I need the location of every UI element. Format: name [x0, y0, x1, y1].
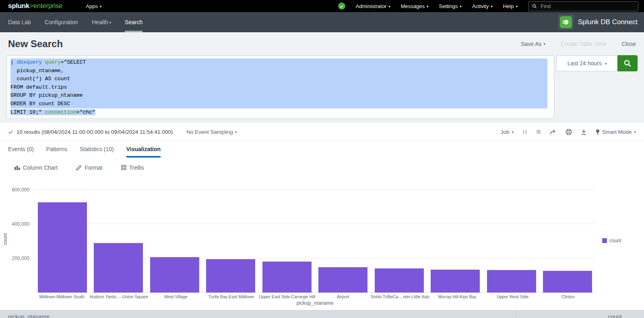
bar-slot	[147, 184, 203, 293]
x-axis-category-label: Airport	[315, 294, 371, 299]
trellis-label: Trellis	[129, 164, 144, 171]
pencil-icon	[76, 165, 82, 170]
column-chart-icon	[14, 165, 20, 170]
trellis-button[interactable]: Trellis	[121, 164, 144, 171]
results-tabs: Events (0) Patterns Statistics (10) Visu…	[0, 141, 644, 158]
nav-item-data-lab[interactable]: Data Lab	[1, 12, 38, 32]
page-title: New Search	[8, 38, 63, 50]
nav-item-configuration[interactable]: Configuration	[38, 12, 85, 32]
nav-item-label: Data Lab	[8, 12, 31, 32]
column-header-pickup-ntaname[interactable]: pickup_ntaname	[0, 310, 516, 318]
y-axis-tick-label: 200,000	[12, 256, 29, 261]
y-axis-tick-label: 400,000	[12, 221, 29, 227]
app-icon-tile	[558, 15, 574, 30]
tab-patterns[interactable]: Patterns	[46, 141, 67, 158]
print-button[interactable]	[566, 129, 572, 135]
apps-menu[interactable]: Apps ▾	[86, 3, 101, 9]
settings-menu-label: Settings	[439, 3, 458, 9]
bar-5[interactable]	[262, 262, 312, 293]
bar-2[interactable]	[94, 243, 143, 293]
find-search-box[interactable]	[528, 1, 638, 11]
bar-8[interactable]	[431, 270, 480, 293]
stop-icon	[536, 129, 541, 134]
legend-label: count	[609, 238, 621, 243]
tab-label: Events (0)	[8, 146, 34, 152]
share-icon	[550, 129, 557, 135]
search-query-input[interactable]: | dbxquery query="SELECT pickup_ntaname,…	[6, 55, 554, 119]
chevron-down-icon: ▾	[100, 5, 102, 8]
export-button[interactable]	[581, 129, 587, 135]
query-line: pickup_ntaname,	[10, 67, 547, 75]
legend-item-count[interactable]: count	[602, 238, 621, 243]
bar-3[interactable]	[150, 257, 199, 293]
time-range-group: Last 24 hours ▾	[556, 55, 638, 71]
bar-slot	[34, 184, 91, 293]
db-connect-plug-icon	[560, 16, 572, 28]
find-input[interactable]	[540, 3, 634, 10]
event-sampling-dropdown[interactable]: No Event Sampling ▾	[186, 129, 237, 135]
job-menu-label: Job	[501, 129, 510, 135]
health-status-icon[interactable]	[338, 2, 345, 10]
bar-slot	[259, 184, 315, 293]
bar-slot	[203, 184, 259, 293]
tab-events[interactable]: Events (0)	[8, 141, 34, 158]
tab-label: Statistics (10)	[80, 146, 114, 152]
settings-menu[interactable]: Settings ▾	[439, 3, 462, 9]
chart-type-picker[interactable]: Column Chart	[14, 164, 58, 171]
bar-slot	[315, 184, 372, 293]
bar-7[interactable]	[375, 268, 424, 293]
apps-menu-label: Apps	[86, 3, 98, 9]
tab-statistics[interactable]: Statistics (10)	[80, 141, 114, 158]
bar-1[interactable]	[38, 202, 87, 293]
print-icon	[566, 129, 572, 135]
run-search-button[interactable]	[617, 55, 638, 71]
page-header: New Search Save As ▾ Create Table View C…	[6, 32, 638, 55]
bar-9[interactable]	[487, 270, 536, 293]
share-button[interactable]	[550, 129, 557, 135]
bar-4[interactable]	[206, 259, 255, 293]
help-menu[interactable]: Help ▾	[503, 3, 518, 9]
bar-6[interactable]	[318, 267, 367, 293]
x-axis-category-label: Midtown-Midtown South	[34, 294, 90, 299]
format-button[interactable]: Format	[76, 164, 102, 171]
nav-item-search[interactable]: Search	[118, 12, 149, 32]
activity-menu[interactable]: Activity ▾	[472, 3, 493, 9]
chevron-down-icon: ▾	[235, 131, 237, 134]
pause-button[interactable]	[522, 129, 527, 135]
visualization-controls: Column Chart Format Trellis	[0, 158, 644, 177]
app-brand[interactable]: Splunk DB Connect	[558, 15, 638, 30]
topbar-right-group: Administrator ▾ Messages ▾ Settings ▾ Ac…	[338, 1, 638, 11]
search-mode-dropdown[interactable]: Smart Mode ▾	[596, 129, 636, 135]
search-bar-row: | dbxquery query="SELECT pickup_ntaname,…	[6, 55, 638, 119]
bar-10[interactable]	[543, 271, 592, 293]
save-as-button[interactable]: Save As ▾	[521, 41, 545, 47]
chevron-down-icon: ▾	[491, 5, 493, 8]
x-axis-category-label: Clinton	[540, 294, 596, 299]
close-button[interactable]: Close	[621, 41, 636, 47]
tab-label: Patterns	[46, 146, 67, 152]
chevron-down-icon: ▾	[634, 131, 636, 134]
save-as-label: Save As	[521, 41, 541, 47]
tab-visualization[interactable]: Visualization	[126, 141, 161, 158]
query-line: count(*) AS count	[10, 75, 547, 83]
statistics-table-header: pickup_ntaname count	[0, 310, 644, 318]
close-label: Close	[621, 41, 636, 47]
check-icon	[339, 4, 344, 8]
create-table-view-button[interactable]: Create Table View	[561, 41, 606, 47]
messages-menu[interactable]: Messages ▾	[401, 3, 429, 9]
nav-item-label: Configuration	[45, 12, 78, 32]
time-range-picker[interactable]: Last 24 hours ▾	[556, 55, 617, 71]
splunk-enterprise-logo: splunk>enterprise	[8, 2, 62, 10]
stop-button[interactable]	[536, 129, 541, 134]
chevron-down-icon: ▾	[388, 5, 390, 8]
messages-menu-label: Messages	[401, 3, 425, 9]
tab-label: Visualization	[126, 146, 161, 152]
nav-item-health[interactable]: Health ▾	[85, 12, 118, 32]
job-menu[interactable]: Job ▾	[501, 129, 514, 135]
bars-container	[34, 184, 596, 293]
results-summary: 10 results (08/04/2024 11:00:00.000 to 0…	[17, 129, 173, 135]
column-header-count[interactable]: count	[516, 310, 644, 318]
administrator-menu[interactable]: Administrator ▾	[356, 3, 390, 9]
y-axis-tick-label: 600,000	[12, 187, 29, 193]
x-axis-category-label: Turtle Bay-East Midtown	[204, 294, 259, 299]
